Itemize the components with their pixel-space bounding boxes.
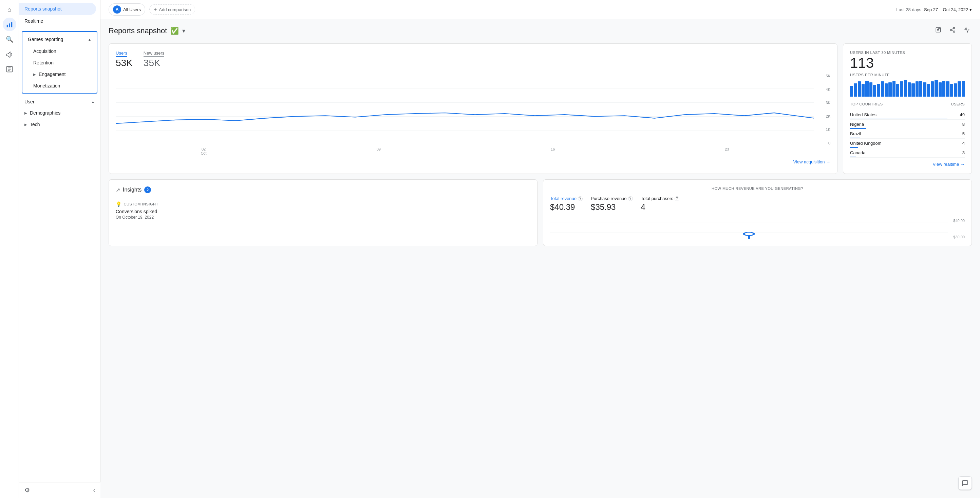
svg-point-10 xyxy=(953,31,955,33)
demographics-chevron: ▶ xyxy=(24,111,27,115)
insights-card: ↗ Insights 2 💡 CUSTOM INSIGHT Conversion… xyxy=(108,179,538,246)
mini-bar-item xyxy=(896,84,899,97)
mini-bar-item xyxy=(946,81,949,97)
country-row: Canada 3 xyxy=(850,148,965,158)
country-name: Brazil xyxy=(850,131,861,136)
dashboard-grid: Users 53K New users 35K xyxy=(108,43,972,174)
sidebar-item-monetization[interactable]: Monetization xyxy=(22,80,97,92)
date-range-picker[interactable]: Sep 27 – Oct 24, 2022 ▾ xyxy=(924,7,972,12)
country-name: United States xyxy=(850,112,877,117)
country-value: 5 xyxy=(963,131,965,136)
megaphone-nav-icon[interactable] xyxy=(3,48,16,61)
user-chip[interactable]: A All Users xyxy=(108,3,145,16)
add-comparison-button[interactable]: + Add comparison xyxy=(149,5,195,14)
sidebar-collapse-btn[interactable]: ‹ xyxy=(93,487,95,493)
users-value: 53K xyxy=(116,58,133,68)
title-dropdown-icon[interactable]: ▾ xyxy=(182,27,185,35)
mini-bar-item xyxy=(919,81,922,97)
insight-title: Conversions spiked xyxy=(116,209,530,214)
total-revenue-label: Total revenue ? xyxy=(550,196,583,201)
country-name: United Kingdom xyxy=(850,141,881,146)
mini-bar-item xyxy=(912,83,915,97)
games-reporting-title[interactable]: Games reporting ▲ xyxy=(22,33,97,45)
mini-bar-item xyxy=(862,84,865,97)
mini-bar-item xyxy=(900,81,903,97)
mini-bar-item xyxy=(869,82,872,97)
country-row: United States 49 xyxy=(850,110,965,120)
chart-area xyxy=(116,74,814,145)
mini-bar-chart xyxy=(850,80,965,97)
sidebar-item-acquisition[interactable]: Acquisition xyxy=(22,45,97,57)
reports-nav-icon[interactable] xyxy=(3,62,16,76)
x-label-oct02: 02Oct xyxy=(201,147,207,155)
mini-bar-item xyxy=(892,81,896,97)
revenue-metrics: Total revenue ? $40.39 Purchase revenue … xyxy=(550,196,965,212)
search-nav-icon[interactable]: 🔍 xyxy=(3,33,16,46)
insight-type: 💡 CUSTOM INSIGHT xyxy=(116,201,530,207)
share-icon[interactable] xyxy=(947,25,958,36)
insights-badge: 2 xyxy=(144,186,151,193)
mini-bar-item xyxy=(962,81,965,97)
sidebar-footer: ⚙ ‹ xyxy=(19,482,100,498)
countries-header-left: TOP COUNTRIES xyxy=(850,102,883,106)
sidebar-item-engagement[interactable]: ▶ Engagement xyxy=(22,68,97,80)
date-prefix: Last 28 days xyxy=(896,7,921,12)
add-comparison-label: Add comparison xyxy=(159,7,191,12)
country-name: Canada xyxy=(850,150,865,155)
mini-bar-item xyxy=(881,81,884,97)
svg-line-11 xyxy=(951,30,953,31)
total-revenue-help-icon[interactable]: ? xyxy=(578,196,583,201)
view-realtime-link[interactable]: View realtime → xyxy=(850,162,965,167)
sidebar-item-realtime[interactable]: Realtime xyxy=(19,15,96,27)
country-value: 49 xyxy=(960,112,965,117)
insights-title: Insights xyxy=(123,187,142,193)
bottom-grid: ↗ Insights 2 💡 CUSTOM INSIGHT Conversion… xyxy=(108,179,972,246)
chat-float-button[interactable] xyxy=(958,476,972,490)
sidebar-item-retention[interactable]: Retention xyxy=(22,57,97,68)
edit-icon[interactable] xyxy=(933,25,943,36)
svg-point-9 xyxy=(950,29,952,31)
sidebar-item-tech[interactable]: ▶ Tech xyxy=(19,119,100,130)
home-nav-icon[interactable]: ⌂ xyxy=(3,3,16,16)
icon-rail: ⌂ 🔍 xyxy=(0,0,19,498)
sidebar-item-reports-snapshot[interactable]: Reports snapshot xyxy=(19,3,96,15)
analytics-nav-icon[interactable] xyxy=(3,17,16,31)
new-users-value: 35K xyxy=(143,58,164,68)
mini-bar-item xyxy=(865,81,869,97)
countries-table: TOP COUNTRIES USERS United States 49 Nig… xyxy=(850,102,965,158)
countries-table-header: TOP COUNTRIES USERS xyxy=(850,102,965,108)
mini-bar-item xyxy=(908,82,911,97)
country-bar xyxy=(850,119,947,119)
add-comparison-icon: + xyxy=(154,6,157,13)
mini-bar-item xyxy=(934,80,938,97)
sidebar-item-demographics[interactable]: ▶ Demographics xyxy=(19,107,100,119)
mini-bar-item xyxy=(873,85,876,97)
svg-point-8 xyxy=(953,27,955,29)
mini-bar-item xyxy=(888,82,891,97)
topbar-right: Last 28 days Sep 27 – Oct 24, 2022 ▾ xyxy=(896,7,972,12)
page-title-bar: Reports snapshot ✅ ▾ xyxy=(108,25,972,36)
mini-bar-item xyxy=(923,82,926,97)
chart-icon[interactable] xyxy=(962,25,972,36)
users-metric: Users 53K xyxy=(116,51,133,68)
tech-chevron: ▶ xyxy=(24,123,27,127)
user-section-title[interactable]: User ▲ xyxy=(19,96,100,107)
date-range-text: Sep 27 – Oct 24, 2022 xyxy=(924,7,968,12)
mini-bar-item xyxy=(927,84,930,97)
view-acquisition-link[interactable]: View acquisition → xyxy=(116,159,830,165)
mini-bar-item xyxy=(850,86,853,97)
users-metrics-header: Users 53K New users 35K xyxy=(116,51,830,68)
total-purchasers-help-icon[interactable]: ? xyxy=(675,196,679,201)
page-title-left: Reports snapshot ✅ ▾ xyxy=(108,27,185,35)
mini-bar-item xyxy=(858,81,861,97)
settings-icon[interactable]: ⚙ xyxy=(24,487,30,494)
content-area: Reports snapshot ✅ ▾ xyxy=(100,19,980,498)
chart-y-labels: 5K 4K 3K 2K 1K 0 xyxy=(817,74,830,145)
purchase-revenue-help-icon[interactable]: ? xyxy=(628,196,633,201)
x-label-09: 09 xyxy=(377,147,381,155)
country-value: 4 xyxy=(963,141,965,146)
total-purchasers-metric: Total purchasers ? 4 xyxy=(641,196,679,212)
users-chart: 5K 4K 3K 2K 1K 0 02Oct 09 16 23 xyxy=(116,74,830,155)
total-purchasers-value: 4 xyxy=(641,202,679,212)
svg-rect-2 xyxy=(11,22,12,27)
